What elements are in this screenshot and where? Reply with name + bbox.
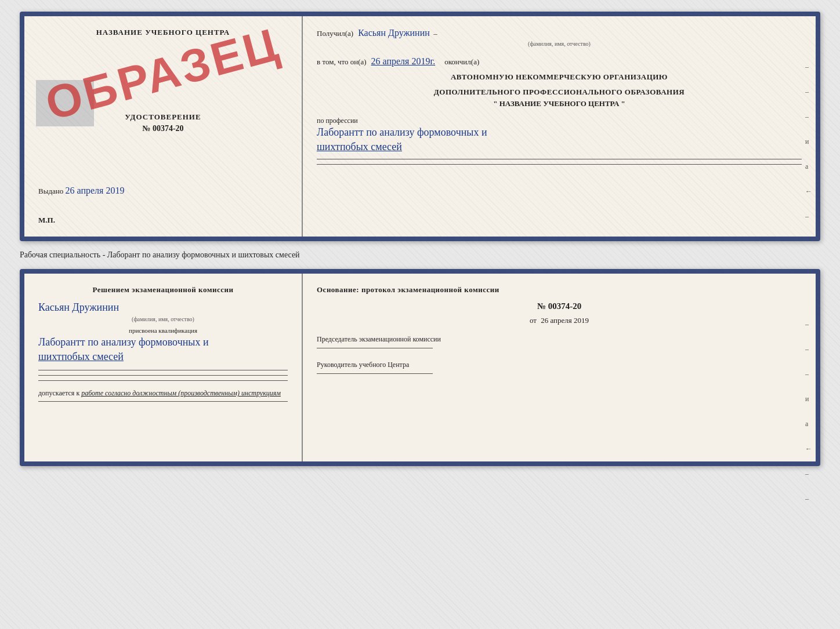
profession-block: по профессии Лаборантт по анализу формов… <box>317 117 802 165</box>
org-name: " НАЗВАНИЕ УЧЕБНОГО ЦЕНТРА " <box>317 99 802 108</box>
org-line2: ДОПОЛНИТЕЛЬНОГО ПРОФЕССИОНАЛЬНОГО ОБРАЗО… <box>317 88 802 97</box>
poluchil-label: Получил(а) <box>317 29 353 38</box>
top-left-title: НАЗВАНИЕ УЧЕБНОГО ЦЕНТРА <box>38 28 288 37</box>
vtom-row: в том, что он(а) 26 апреля 2019г. окончи… <box>317 56 802 67</box>
bottom-doc-right: Основание: протокол экзаменационной коми… <box>303 274 816 461</box>
top-doc-right: Получил(а) Касьян Дружинин – (фамилия, и… <box>303 16 816 237</box>
top-document: НАЗВАНИЕ УЧЕБНОГО ЦЕНТРА ОБРАЗЕЦ УДОСТОВ… <box>20 12 820 241</box>
kval-hw-1: Лаборантт по анализу формовочных и <box>38 335 288 350</box>
cert-block: УДОСТОВЕРЕНИЕ № 00374-20 <box>38 112 288 133</box>
cert-label: УДОСТОВЕРЕНИЕ <box>38 112 288 122</box>
from-date: 26 апреля 2019 <box>541 316 589 325</box>
name-sublabel: (фамилия, имя, отчество) <box>317 41 802 47</box>
kval-hw-2: шихтпобых смесей <box>38 350 288 364</box>
bottom-name: Касьян Дружинин <box>38 301 119 314</box>
vtom-label: в том, что он(а) <box>317 57 367 67</box>
bottom-left-title: Решением экзаменационной комиссии <box>38 285 288 294</box>
cert-number: № 00374-20 <box>38 124 288 133</box>
top-doc-left: НАЗВАНИЕ УЧЕБНОГО ЦЕНТРА ОБРАЗЕЦ УДОСТОВ… <box>24 16 303 237</box>
dopusk-text: работе согласно должностным (производств… <box>81 389 281 397</box>
org-line1: АВТОНОМНУЮ НЕКОММЕРЧЕСКУЮ ОРГАНИЗАЦИЮ <box>317 72 802 82</box>
mp-line: М.П. <box>38 216 55 225</box>
bottom-side-marks: – – – и а ← – – <box>805 320 812 503</box>
side-marks: – – – и а ← – – <box>805 63 812 241</box>
poluchil-name: Касьян Дружинин <box>358 28 430 38</box>
okonchil-label: окончил(а) <box>444 57 479 67</box>
separator-label: Рабочая специальность - Лаборант по анал… <box>20 248 820 262</box>
chairman-sig-line <box>317 348 433 348</box>
from-label: от <box>530 316 537 325</box>
vudano-date: 26 апреля 2019 <box>66 186 125 195</box>
prof-handwritten-1: Лаборантт по анализу формовочных и <box>317 125 802 140</box>
dopusk-row: допускается к работе согласно должностны… <box>38 389 288 398</box>
prof-label: по профессии <box>317 117 802 125</box>
vudano-line: Выдано 26 апреля 2019 <box>38 186 124 196</box>
from-date-row: от 26 апреля 2019 <box>317 316 802 325</box>
bottom-name-sublabel: (фамилия, имя, отчество) <box>38 316 288 322</box>
poluchil-row: Получил(а) Касьян Дружинин – <box>317 28 802 38</box>
rukov-label: Руководитель учебного Центра <box>317 360 802 370</box>
vtom-date: 26 апреля 2019г. <box>371 56 436 67</box>
osnov-label: Основание: протокол экзаменационной коми… <box>317 285 802 294</box>
bottom-doc-left: Решением экзаменационной комиссии Касьян… <box>24 274 303 461</box>
chairman-label: Председатель экзаменационной комиссии <box>317 335 802 344</box>
kval-label: присвоена квалификация <box>38 327 288 334</box>
rukov-sig-line <box>317 373 433 374</box>
bottom-name-row: Касьян Дружинин <box>38 301 288 314</box>
prof-handwritten-2: шихтпобых смесей <box>317 140 802 154</box>
dopusk-label: допускается к <box>38 389 79 397</box>
bottom-document: Решением экзаменационной комиссии Касьян… <box>20 269 820 466</box>
vudano-label: Выдано <box>38 187 63 195</box>
prot-number: № 00374-20 <box>317 301 802 311</box>
